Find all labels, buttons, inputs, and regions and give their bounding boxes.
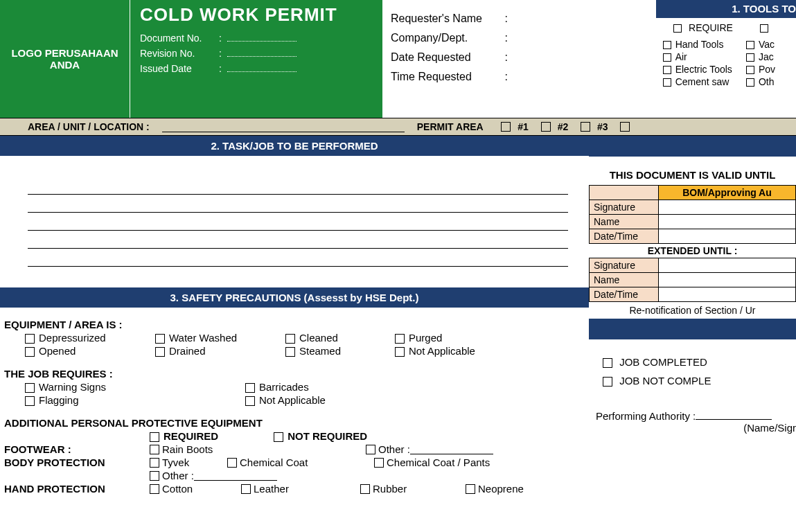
- body-other-field[interactable]: [194, 471, 277, 481]
- tool-label: Vac: [759, 39, 775, 50]
- doc-no-row: Document No. :: [140, 33, 373, 44]
- rev-no-row: Revision No. :: [140, 48, 373, 59]
- area-field[interactable]: [162, 121, 405, 132]
- sig-label: Signature: [590, 200, 659, 215]
- time-req-row: Time Requested :: [391, 71, 648, 83]
- other-label: Other :: [378, 443, 410, 455]
- cb-label: Purged: [409, 332, 442, 344]
- colon: :: [219, 33, 222, 44]
- sig2-field[interactable]: [659, 258, 796, 273]
- cb-label: Barricades: [259, 381, 309, 393]
- perf-auth-label: Performing Authority :: [596, 410, 696, 422]
- dt2-label: Date/Time: [590, 287, 659, 302]
- area-label: AREA / UNIT / LOCATION :: [0, 121, 162, 132]
- job-completed-label: JOB COMPLETED: [619, 356, 707, 368]
- logo-placeholder: LOGO PERUSAHAAN ANDA: [0, 0, 130, 118]
- equip-row2: Opened Drained Steamed Not Applicable: [25, 345, 585, 358]
- colon: :: [504, 32, 507, 44]
- name2-field[interactable]: [659, 273, 796, 287]
- area-row: AREA / UNIT / LOCATION : PERMIT AREA #1 …: [0, 118, 796, 136]
- footwear-other-checkbox[interactable]: [366, 445, 375, 454]
- permit-3-checkbox[interactable]: [581, 122, 590, 132]
- colon: :: [504, 12, 507, 24]
- sig-field[interactable]: [659, 200, 796, 215]
- footwear-other-field[interactable]: [410, 445, 493, 454]
- require-checkbox[interactable]: [673, 24, 682, 33]
- footwear-line: FOOTWEAR : Rain Boots Other :: [4, 443, 585, 455]
- job-not-completed-checkbox[interactable]: [603, 377, 612, 387]
- header-block: LOGO PERUSAHAAN ANDA COLD WORK PERMIT Do…: [0, 0, 796, 118]
- name2-label: Name: [590, 273, 659, 287]
- permit-1-checkbox[interactable]: [501, 122, 511, 132]
- job-row2: Flagging Not Applicable: [25, 394, 585, 407]
- air-checkbox[interactable]: [663, 53, 671, 62]
- oth-checkbox[interactable]: [746, 78, 754, 87]
- safety-section-title: 3. SAFETY PRECAUTIONS (Assesst by HSE De…: [0, 287, 589, 308]
- dt-field[interactable]: [659, 229, 796, 244]
- drained-checkbox[interactable]: [155, 347, 165, 357]
- colon: :: [219, 63, 222, 74]
- colon: :: [219, 48, 222, 59]
- flagging-checkbox[interactable]: [25, 396, 35, 406]
- electric-checkbox[interactable]: [663, 66, 671, 74]
- tools-body: REQUIRE Hand Tools Air Electric Tools Ce…: [656, 18, 796, 93]
- na-checkbox[interactable]: [395, 347, 405, 357]
- required-checkbox[interactable]: [150, 432, 159, 442]
- opened-checkbox[interactable]: [25, 347, 35, 357]
- depressurized-checkbox[interactable]: [25, 334, 35, 344]
- task-line[interactable]: [28, 177, 568, 195]
- steamed-checkbox[interactable]: [285, 347, 295, 357]
- body-other-checkbox[interactable]: [150, 471, 159, 481]
- jac-checkbox[interactable]: [746, 53, 754, 62]
- rainboots-checkbox[interactable]: [150, 445, 159, 454]
- task-line[interactable]: [28, 213, 568, 231]
- requester-column: Requester's Name : Company/Dept. : Date …: [382, 0, 656, 118]
- neoprene-checkbox[interactable]: [466, 484, 475, 494]
- cleaned-checkbox[interactable]: [285, 334, 295, 344]
- chemcoatpants-checkbox[interactable]: [374, 458, 384, 468]
- rubber-checkbox[interactable]: [360, 484, 370, 494]
- body-line2: Other :: [4, 470, 585, 481]
- permit-4-checkbox[interactable]: [620, 122, 630, 132]
- pov-checkbox[interactable]: [746, 66, 754, 74]
- notrequired-checkbox[interactable]: [274, 432, 283, 442]
- hand-label: HAND PROTECTION: [4, 483, 150, 495]
- date-req-label: Date Requested: [391, 51, 502, 64]
- barricades-checkbox[interactable]: [245, 383, 255, 393]
- doc-no-field[interactable]: [227, 35, 297, 42]
- date-req-row: Date Requested :: [391, 51, 648, 64]
- equip-title: EQUIPMENT / AREA IS :: [4, 319, 585, 330]
- hand-tools-checkbox[interactable]: [663, 41, 671, 49]
- dt-label: Date/Time: [590, 229, 659, 244]
- left-column: 2. TASK/JOB TO BE PERFORMED 3. SAFETY PR…: [0, 136, 589, 496]
- task-line[interactable]: [28, 249, 568, 267]
- permit-2-checkbox[interactable]: [541, 122, 551, 132]
- cement-checkbox[interactable]: [663, 78, 671, 87]
- right-column: THIS DOCUMENT IS VALID UNTIL BOM/Approvi…: [589, 136, 796, 496]
- issued-field[interactable]: [227, 65, 297, 72]
- rev-no-field[interactable]: [227, 50, 297, 57]
- na2-checkbox[interactable]: [245, 396, 255, 406]
- tyvek-checkbox[interactable]: [150, 458, 159, 468]
- right-blue-bar: [589, 136, 796, 157]
- cotton-checkbox[interactable]: [150, 484, 159, 494]
- task-line[interactable]: [28, 231, 568, 249]
- tool-label: Air: [675, 51, 687, 62]
- purged-checkbox[interactable]: [395, 334, 405, 344]
- footwear-label: FOOTWEAR :: [4, 443, 150, 455]
- perf-auth-field[interactable]: [696, 410, 772, 420]
- dt2-field[interactable]: [659, 287, 796, 302]
- waterwashed-checkbox[interactable]: [155, 334, 165, 344]
- warning-checkbox[interactable]: [25, 383, 35, 393]
- task-line[interactable]: [28, 195, 568, 213]
- require2-checkbox[interactable]: [760, 24, 768, 33]
- leather-checkbox[interactable]: [241, 484, 251, 494]
- name-field[interactable]: [659, 215, 796, 229]
- vac-checkbox[interactable]: [746, 41, 754, 49]
- cb-label: Neoprene: [478, 483, 524, 495]
- cb-label: Opened: [39, 345, 76, 357]
- job-completed-checkbox[interactable]: [603, 358, 612, 368]
- permit-1: #1: [518, 121, 529, 132]
- tool-label: Electric Tools: [675, 64, 732, 75]
- chemcoat-checkbox[interactable]: [227, 458, 237, 468]
